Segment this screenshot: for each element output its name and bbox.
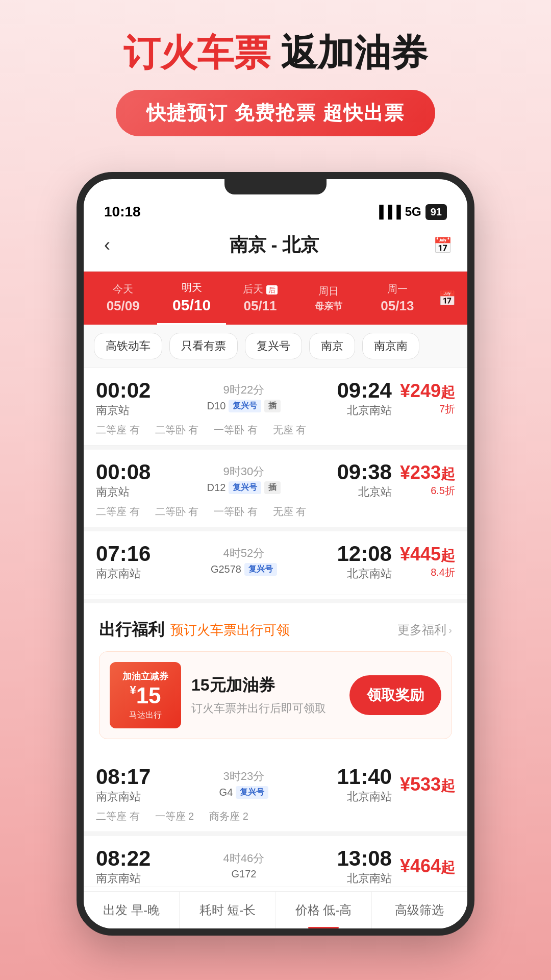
coupon-brand: 马达出行 [129,710,162,721]
claim-reward-button[interactable]: 领取奖励 [349,675,441,715]
arrive-station: 北京南站 [331,566,392,581]
depart-station: 南京南站 [96,566,157,581]
nav-bar: ‹ 南京 - 北京 📅 [84,224,467,272]
train-row[interactable]: 08:17 南京南站 3时23分 G4 复兴号 11:40 北京南站 [84,754,467,832]
coupon-row: 加油立减券 ¥15 马达出行 15元加油券 订火车票并出行后即可领取 领取奖励 [99,651,452,739]
train-seats: 二等座 有二等卧 有一等卧 有无座 有 [96,505,455,519]
arrive-station: 北京南站 [331,871,392,886]
arrive-station: 北京站 [331,484,392,500]
train-seats: 二等座 有二等卧 有一等卧 有无座 有 [96,423,455,437]
ticket-price: ¥445起 [400,544,455,566]
train-row[interactable]: 00:02 南京站 9时22分 D10 复兴号 插 09:24 北京南站 [84,368,467,446]
sort-duration[interactable]: 耗时 短-长 [180,892,276,928]
date-tab-4[interactable]: 周一 05/13 [363,273,432,323]
top-banner: 订火车票 返加油券 快捷预订 免费抢票 超快出票 [0,0,551,152]
filter-fuxing[interactable]: 复兴号 [245,333,302,359]
chevron-right-icon: › [448,624,452,636]
filter-available[interactable]: 只看有票 [169,333,238,359]
welfare-more-link[interactable]: 更多福利 › [397,622,452,638]
network-type: 5G [405,205,421,219]
phone-notch [224,179,327,194]
filter-high-speed[interactable]: 高铁动车 [94,333,162,359]
arrive-time: 13:08 [331,846,392,871]
sort-price[interactable]: 价格 低-高 [276,892,372,928]
coupon-desc: 订火车票并出行后即可领取 [191,701,339,716]
date-tabs: 今天 05/09 明天 05/10 后天 后 05/11 周日 母亲节 周一 0… [84,272,467,325]
battery-icon: 91 [425,204,447,220]
status-icons: ▐▐▐ 5G 91 [375,204,447,220]
filter-row: 高铁动车 只看有票 复兴号 南京 南京南 [84,325,467,368]
sort-depart[interactable]: 出发 早-晚 [84,892,180,928]
depart-station: 南京南站 [96,871,157,886]
subtitle-pill: 快捷预订 免费抢票 超快出票 [116,90,435,136]
ticket-price: ¥249起 [400,380,455,402]
train-list-2: 08:17 南京南站 3时23分 G4 复兴号 11:40 北京南站 [84,754,467,887]
welfare-header: 出行福利 预订火车票出行可领 更多福利 › [99,619,452,641]
train-middle: 9时30分 D12 复兴号 插 [157,464,331,496]
ticket-price: ¥533起 [400,774,455,796]
title-dark: 返加油券 [281,32,428,73]
route-title: 南京 - 北京 [115,233,433,258]
coupon-name: 15元加油券 [191,674,339,697]
coupon-amount: ¥15 [130,684,161,707]
coupon-visual: 加油立减券 ¥15 马达出行 [110,662,181,728]
main-title: 订火车票 返加油券 [20,31,531,75]
back-button[interactable]: ‹ [99,229,115,261]
ticket-price: ¥464起 [400,855,455,877]
sort-bar: 出发 早-晚 耗时 短-长 价格 低-高 高级筛选 [84,891,467,928]
date-tab-0[interactable]: 今天 05/09 [89,273,157,323]
arrive-time: 09:24 [331,378,392,403]
filter-nanjing[interactable]: 南京 [309,333,355,359]
train-row[interactable]: 07:16 南京南站 4时52分 G2578 复兴号 12:08 北京南站 [84,531,467,595]
depart-time: 08:17 [96,765,157,789]
date-tab-2[interactable]: 后天 后 05/11 [226,273,294,323]
ticket-price: ¥233起 [400,462,455,484]
depart-time: 00:08 [96,460,157,484]
train-row[interactable]: 08:22 南京南站 4时46分 G172 13:08 北京南站 ¥ [84,836,467,887]
arrive-time: 09:38 [331,460,392,484]
depart-station: 南京南站 [96,789,157,804]
arrive-station: 北京南站 [331,403,392,418]
depart-station: 南京站 [96,403,157,418]
arrive-time: 12:08 [331,542,392,566]
train-middle: 4时52分 G2578 复兴号 [157,546,331,578]
welfare-title: 出行福利 [99,619,164,641]
train-middle: 9时22分 D10 复兴号 插 [157,382,331,414]
arrive-time: 11:40 [331,765,392,789]
depart-station: 南京站 [96,484,157,500]
status-time: 10:18 [104,204,141,220]
phone-mockup: 10:18 ▐▐▐ 5G 91 ‹ 南京 - 北京 📅 今天 05/09 明天 … [0,152,551,936]
phone-frame: 10:18 ▐▐▐ 5G 91 ‹ 南京 - 北京 📅 今天 05/09 明天 … [77,172,474,936]
filter-nanjing-south[interactable]: 南京南 [362,333,419,359]
train-list: 00:02 南京站 9时22分 D10 复兴号 插 09:24 北京南站 [84,368,467,595]
train-middle: 4时46分 G172 [157,851,331,882]
arrive-station: 北京南站 [331,789,392,804]
train-middle: 3时23分 G4 复兴号 [157,769,331,801]
coupon-label: 加油立减券 [122,670,168,682]
calendar-icon[interactable]: 📅 [433,236,452,254]
depart-time: 07:16 [96,542,157,566]
coupon-info: 15元加油券 订火车票并出行后即可领取 [191,674,339,716]
train-row[interactable]: 00:08 南京站 9时30分 D12 复兴号 插 09:38 北京站 [84,450,467,527]
welfare-subtitle: 预订火车票出行可领 [170,621,290,639]
depart-time: 00:02 [96,378,157,403]
date-calendar-icon[interactable]: 📅 [432,290,462,307]
train-seats: 二等座 有一等座 2商务座 2 [96,810,455,823]
depart-time: 08:22 [96,846,157,871]
status-bar: 10:18 ▐▐▐ 5G 91 [84,194,467,224]
date-tab-3[interactable]: 周日 母亲节 [294,275,363,322]
title-red: 订火车票 [123,32,270,73]
date-tab-1[interactable]: 明天 05/10 [157,272,226,325]
welfare-card: 出行福利 预订火车票出行可领 更多福利 › 加油立减券 ¥15 马达出行 1 [84,599,467,754]
signal-bars-icon: ▐▐▐ [375,205,401,219]
advanced-filter[interactable]: 高级筛选 [372,892,467,928]
